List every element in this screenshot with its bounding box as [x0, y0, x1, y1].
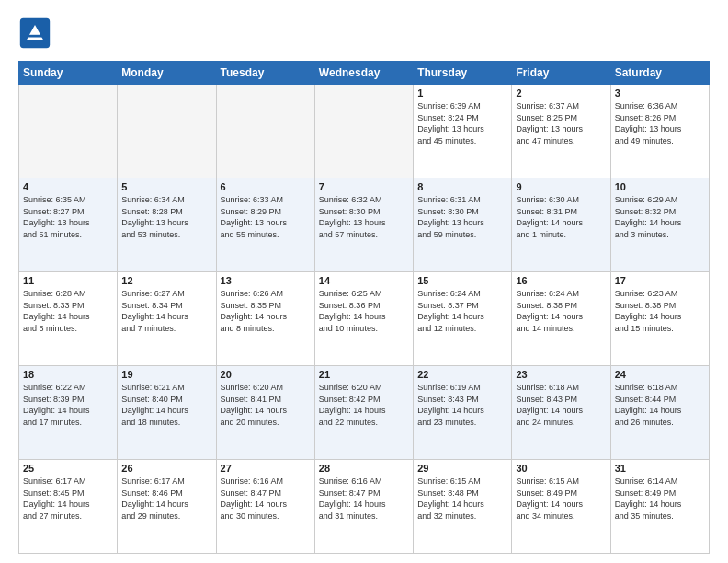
calendar-cell: 21Sunrise: 6:20 AM Sunset: 8:42 PM Dayli… — [314, 366, 413, 460]
calendar-cell: 24Sunrise: 6:18 AM Sunset: 8:44 PM Dayli… — [610, 366, 709, 460]
weekday-header: Wednesday — [314, 62, 413, 85]
calendar-table: SundayMondayTuesdayWednesdayThursdayFrid… — [18, 61, 710, 554]
day-number: 1 — [417, 87, 507, 98]
day-info: Sunrise: 6:22 AM Sunset: 8:39 PM Dayligh… — [23, 382, 113, 428]
weekday-header: Tuesday — [216, 62, 314, 85]
day-info: Sunrise: 6:27 AM Sunset: 8:34 PM Dayligh… — [121, 288, 211, 334]
day-info: Sunrise: 6:21 AM Sunset: 8:40 PM Dayligh… — [121, 382, 211, 428]
calendar-cell: 1Sunrise: 6:39 AM Sunset: 8:24 PM Daylig… — [414, 85, 512, 178]
day-number: 21 — [319, 369, 409, 380]
calendar-cell: 8Sunrise: 6:31 AM Sunset: 8:30 PM Daylig… — [414, 178, 512, 272]
day-number: 22 — [417, 369, 507, 380]
weekday-header-row: SundayMondayTuesdayWednesdayThursdayFrid… — [19, 62, 710, 85]
day-info: Sunrise: 6:37 AM Sunset: 8:25 PM Dayligh… — [516, 100, 606, 146]
day-info: Sunrise: 6:18 AM Sunset: 8:44 PM Dayligh… — [615, 382, 705, 428]
calendar-cell — [216, 85, 314, 178]
weekday-header: Monday — [118, 62, 216, 85]
day-info: Sunrise: 6:15 AM Sunset: 8:49 PM Dayligh… — [516, 476, 606, 522]
calendar-cell: 15Sunrise: 6:24 AM Sunset: 8:37 PM Dayli… — [414, 272, 512, 366]
week-row: 25Sunrise: 6:17 AM Sunset: 8:45 PM Dayli… — [19, 460, 710, 554]
day-info: Sunrise: 6:20 AM Sunset: 8:42 PM Dayligh… — [319, 382, 409, 428]
weekday-header: Sunday — [19, 62, 118, 85]
calendar-cell: 5Sunrise: 6:34 AM Sunset: 8:28 PM Daylig… — [118, 178, 216, 272]
calendar-cell: 16Sunrise: 6:24 AM Sunset: 8:38 PM Dayli… — [512, 272, 610, 366]
logo-icon — [18, 17, 51, 50]
calendar-cell: 2Sunrise: 6:37 AM Sunset: 8:25 PM Daylig… — [512, 85, 610, 178]
calendar-cell: 12Sunrise: 6:27 AM Sunset: 8:34 PM Dayli… — [118, 272, 216, 366]
day-info: Sunrise: 6:20 AM Sunset: 8:41 PM Dayligh… — [221, 382, 311, 428]
day-info: Sunrise: 6:24 AM Sunset: 8:37 PM Dayligh… — [417, 288, 507, 334]
day-info: Sunrise: 6:36 AM Sunset: 8:26 PM Dayligh… — [615, 100, 705, 146]
day-number: 16 — [516, 275, 606, 286]
weekday-header: Friday — [512, 62, 610, 85]
day-number: 29 — [417, 463, 507, 474]
day-number: 23 — [516, 369, 606, 380]
day-info: Sunrise: 6:23 AM Sunset: 8:38 PM Dayligh… — [615, 288, 705, 334]
header — [18, 17, 710, 50]
calendar-cell: 7Sunrise: 6:32 AM Sunset: 8:30 PM Daylig… — [314, 178, 413, 272]
day-info: Sunrise: 6:34 AM Sunset: 8:28 PM Dayligh… — [121, 194, 211, 240]
day-number: 3 — [615, 87, 705, 98]
day-info: Sunrise: 6:18 AM Sunset: 8:43 PM Dayligh… — [516, 382, 606, 428]
day-info: Sunrise: 6:29 AM Sunset: 8:32 PM Dayligh… — [615, 194, 705, 240]
day-number: 30 — [516, 463, 606, 474]
calendar-cell: 25Sunrise: 6:17 AM Sunset: 8:45 PM Dayli… — [19, 460, 118, 554]
day-number: 5 — [121, 181, 211, 192]
day-number: 31 — [615, 463, 705, 474]
week-row: 1Sunrise: 6:39 AM Sunset: 8:24 PM Daylig… — [19, 85, 710, 178]
day-number: 20 — [221, 369, 311, 380]
calendar-cell: 22Sunrise: 6:19 AM Sunset: 8:43 PM Dayli… — [414, 366, 512, 460]
day-info: Sunrise: 6:17 AM Sunset: 8:46 PM Dayligh… — [121, 476, 211, 522]
calendar-cell — [314, 85, 413, 178]
day-info: Sunrise: 6:17 AM Sunset: 8:45 PM Dayligh… — [23, 476, 113, 522]
day-number: 11 — [23, 275, 113, 286]
day-number: 19 — [121, 369, 211, 380]
svg-rect-2 — [27, 35, 43, 38]
calendar-cell: 18Sunrise: 6:22 AM Sunset: 8:39 PM Dayli… — [19, 366, 118, 460]
calendar-cell: 30Sunrise: 6:15 AM Sunset: 8:49 PM Dayli… — [512, 460, 610, 554]
calendar-cell: 11Sunrise: 6:28 AM Sunset: 8:33 PM Dayli… — [19, 272, 118, 366]
calendar-cell: 13Sunrise: 6:26 AM Sunset: 8:35 PM Dayli… — [216, 272, 314, 366]
calendar-cell: 9Sunrise: 6:30 AM Sunset: 8:31 PM Daylig… — [512, 178, 610, 272]
day-number: 6 — [221, 181, 311, 192]
day-info: Sunrise: 6:30 AM Sunset: 8:31 PM Dayligh… — [516, 194, 606, 240]
day-number: 13 — [221, 275, 311, 286]
calendar-cell: 6Sunrise: 6:33 AM Sunset: 8:29 PM Daylig… — [216, 178, 314, 272]
weekday-header: Saturday — [610, 62, 709, 85]
calendar-cell: 19Sunrise: 6:21 AM Sunset: 8:40 PM Dayli… — [118, 366, 216, 460]
day-number: 8 — [417, 181, 507, 192]
day-number: 14 — [319, 275, 409, 286]
week-row: 18Sunrise: 6:22 AM Sunset: 8:39 PM Dayli… — [19, 366, 710, 460]
day-number: 10 — [615, 181, 705, 192]
page: SundayMondayTuesdayWednesdayThursdayFrid… — [0, 0, 728, 563]
day-info: Sunrise: 6:31 AM Sunset: 8:30 PM Dayligh… — [417, 194, 507, 240]
day-info: Sunrise: 6:33 AM Sunset: 8:29 PM Dayligh… — [221, 194, 311, 240]
calendar-cell: 28Sunrise: 6:16 AM Sunset: 8:47 PM Dayli… — [314, 460, 413, 554]
day-info: Sunrise: 6:16 AM Sunset: 8:47 PM Dayligh… — [319, 476, 409, 522]
calendar-cell: 10Sunrise: 6:29 AM Sunset: 8:32 PM Dayli… — [610, 178, 709, 272]
week-row: 11Sunrise: 6:28 AM Sunset: 8:33 PM Dayli… — [19, 272, 710, 366]
calendar-cell: 31Sunrise: 6:14 AM Sunset: 8:49 PM Dayli… — [610, 460, 709, 554]
calendar-cell: 4Sunrise: 6:35 AM Sunset: 8:27 PM Daylig… — [19, 178, 118, 272]
day-number: 25 — [23, 463, 113, 474]
day-info: Sunrise: 6:25 AM Sunset: 8:36 PM Dayligh… — [319, 288, 409, 334]
day-number: 27 — [221, 463, 311, 474]
calendar-cell — [19, 85, 118, 178]
day-info: Sunrise: 6:35 AM Sunset: 8:27 PM Dayligh… — [23, 194, 113, 240]
day-number: 28 — [319, 463, 409, 474]
week-row: 4Sunrise: 6:35 AM Sunset: 8:27 PM Daylig… — [19, 178, 710, 272]
calendar-cell: 23Sunrise: 6:18 AM Sunset: 8:43 PM Dayli… — [512, 366, 610, 460]
day-info: Sunrise: 6:28 AM Sunset: 8:33 PM Dayligh… — [23, 288, 113, 334]
weekday-header: Thursday — [414, 62, 512, 85]
day-number: 17 — [615, 275, 705, 286]
calendar-cell: 26Sunrise: 6:17 AM Sunset: 8:46 PM Dayli… — [118, 460, 216, 554]
day-info: Sunrise: 6:24 AM Sunset: 8:38 PM Dayligh… — [516, 288, 606, 334]
calendar-cell: 3Sunrise: 6:36 AM Sunset: 8:26 PM Daylig… — [610, 85, 709, 178]
day-info: Sunrise: 6:19 AM Sunset: 8:43 PM Dayligh… — [417, 382, 507, 428]
day-number: 26 — [121, 463, 211, 474]
calendar-cell: 20Sunrise: 6:20 AM Sunset: 8:41 PM Dayli… — [216, 366, 314, 460]
calendar-cell: 14Sunrise: 6:25 AM Sunset: 8:36 PM Dayli… — [314, 272, 413, 366]
day-info: Sunrise: 6:16 AM Sunset: 8:47 PM Dayligh… — [221, 476, 311, 522]
day-number: 9 — [516, 181, 606, 192]
day-number: 7 — [319, 181, 409, 192]
